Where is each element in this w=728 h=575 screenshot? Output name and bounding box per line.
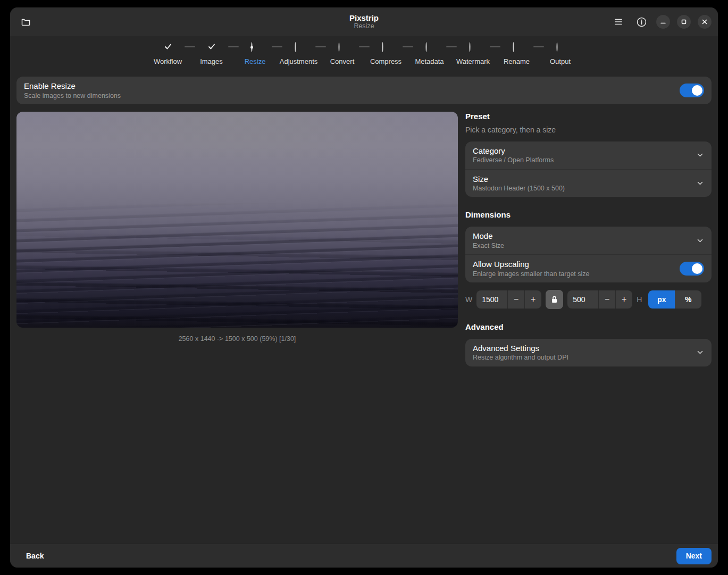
- step-connector: [228, 46, 239, 47]
- step-compress[interactable]: Compress: [370, 43, 403, 69]
- step-adjustments[interactable]: Adjustments: [282, 43, 315, 69]
- unit-percent-button[interactable]: %: [675, 290, 701, 309]
- size-value: Mastodon Header (1500 x 500): [473, 184, 691, 193]
- category-label: Category: [473, 146, 691, 156]
- step-images[interactable]: Images: [195, 43, 228, 69]
- step-watermark[interactable]: Watermark: [457, 43, 490, 69]
- step-connector: [490, 46, 500, 47]
- size-dropdown[interactable]: Size Mastodon Header (1500 x 500): [465, 169, 712, 197]
- check-icon: [207, 43, 215, 51]
- height-spinner: 500 − +: [567, 290, 632, 309]
- enable-resize-subtitle: Scale images to new dimensions: [24, 91, 680, 100]
- enable-resize-row: Enable Resize Scale images to new dimens…: [16, 77, 712, 104]
- height-label: H: [637, 295, 642, 304]
- unit-toggle-group: px %: [648, 290, 701, 309]
- step-connector: [315, 46, 326, 47]
- allow-upscaling-subtitle: Enlarge images smaller than target size: [473, 270, 680, 278]
- next-button[interactable]: Next: [676, 548, 712, 564]
- radio-active-icon: [251, 43, 259, 51]
- info-icon: [637, 17, 647, 27]
- mode-value: Exact Size: [473, 241, 691, 250]
- chevron-down-icon: [696, 179, 704, 187]
- step-connector: [533, 46, 544, 47]
- allow-upscaling-toggle[interactable]: [680, 262, 704, 276]
- close-button[interactable]: [698, 15, 712, 29]
- step-label: Images: [200, 57, 223, 65]
- step-label: Resize: [245, 57, 266, 65]
- step-label: Convert: [330, 57, 355, 65]
- step-connector: [359, 46, 370, 47]
- lock-icon: [550, 295, 558, 304]
- step-connector: [272, 46, 282, 47]
- step-resize[interactable]: Resize: [239, 43, 272, 69]
- maximize-button[interactable]: [677, 15, 691, 29]
- height-increment-button[interactable]: +: [615, 290, 632, 309]
- step-rename[interactable]: Rename: [500, 43, 533, 69]
- footer-bar: Back Next: [10, 544, 718, 568]
- radio-icon: [556, 43, 564, 51]
- width-input[interactable]: 1500: [476, 290, 507, 309]
- preset-heading: Preset: [465, 112, 712, 121]
- radio-icon: [295, 43, 303, 51]
- workflow-stepper: Workflow Images Resize Adjustments Conve…: [10, 36, 718, 73]
- step-connector: [446, 46, 457, 47]
- unit-px-button[interactable]: px: [648, 290, 675, 309]
- check-icon: [164, 43, 172, 51]
- step-workflow[interactable]: Workflow: [152, 43, 185, 69]
- category-value: Fediverse / Open Platforms: [473, 156, 691, 164]
- back-button[interactable]: Back: [21, 548, 49, 563]
- step-metadata[interactable]: Metadata: [413, 43, 446, 69]
- about-button[interactable]: [633, 14, 649, 30]
- preset-card: Category Fediverse / Open Platforms Size…: [465, 141, 712, 197]
- height-decrement-button[interactable]: −: [598, 290, 615, 309]
- close-icon: [701, 19, 708, 25]
- step-label: Rename: [504, 57, 530, 65]
- chevron-down-icon: [696, 151, 704, 159]
- minimize-button[interactable]: [656, 15, 670, 29]
- minimize-icon: [660, 19, 666, 25]
- size-label: Size: [473, 174, 691, 185]
- advanced-heading: Advanced: [465, 322, 712, 331]
- advanced-settings-subtitle: Resize algorithm and output DPI: [473, 353, 691, 362]
- preview-caption: 2560 x 1440 -> 1500 x 500 (59%) [1/30]: [16, 335, 458, 343]
- enable-resize-card: Enable Resize Scale images to new dimens…: [16, 77, 712, 104]
- step-connector: [403, 46, 413, 47]
- main-content: Enable Resize Scale images to new dimens…: [10, 73, 718, 544]
- chevron-down-icon: [696, 348, 704, 356]
- step-label: Watermark: [456, 57, 490, 65]
- preview-pane: 2560 x 1440 -> 1500 x 500 (59%) [1/30]: [16, 112, 458, 366]
- step-label: Output: [550, 57, 571, 65]
- width-decrement-button[interactable]: −: [507, 290, 524, 309]
- open-folder-button[interactable]: [18, 14, 34, 30]
- step-output[interactable]: Output: [544, 43, 577, 69]
- width-increment-button[interactable]: +: [524, 290, 541, 309]
- step-label: Adjustments: [280, 57, 318, 65]
- radio-icon: [382, 43, 390, 51]
- height-input[interactable]: 500: [567, 290, 598, 309]
- maximize-icon: [681, 19, 687, 25]
- enable-resize-toggle[interactable]: [680, 84, 704, 97]
- width-label: W: [465, 295, 472, 304]
- preview-image: [16, 112, 458, 328]
- main-menu-button[interactable]: [610, 14, 626, 30]
- folder-icon: [21, 17, 31, 27]
- settings-pane: Preset Pick a category, then a size Cate…: [465, 112, 712, 366]
- dimensions-card: Mode Exact Size Allow Upscaling Enlarge …: [465, 227, 712, 282]
- window-subtitle: Resize: [349, 22, 379, 30]
- radio-icon: [338, 43, 346, 51]
- aspect-lock-button[interactable]: [546, 290, 563, 309]
- advanced-settings-expander[interactable]: Advanced Settings Resize algorithm and o…: [465, 339, 712, 366]
- mode-dropdown[interactable]: Mode Exact Size: [465, 227, 712, 254]
- step-label: Compress: [370, 57, 401, 65]
- step-convert[interactable]: Convert: [326, 43, 359, 69]
- radio-icon: [469, 43, 477, 51]
- category-dropdown[interactable]: Category Fediverse / Open Platforms: [465, 141, 712, 169]
- app-window: Pixstrip Resize: [10, 7, 718, 568]
- mode-label: Mode: [473, 231, 691, 241]
- width-spinner: 1500 − +: [476, 290, 541, 309]
- allow-upscaling-row: Allow Upscaling Enlarge images smaller t…: [465, 254, 712, 282]
- window-title: Pixstrip: [349, 13, 379, 22]
- advanced-settings-title: Advanced Settings: [473, 343, 691, 354]
- step-label: Workflow: [154, 57, 182, 65]
- step-label: Metadata: [415, 57, 444, 65]
